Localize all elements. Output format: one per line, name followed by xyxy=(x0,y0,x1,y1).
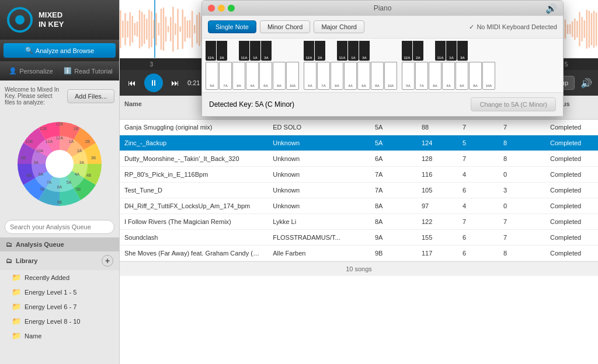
library-items: 📁 Recently Added 📁 Energy Level 1 - 5 📁 … xyxy=(0,270,119,364)
white-key[interactable]: 8A xyxy=(371,62,384,90)
add-files-row: Welcome to Mixed In Key. Please select f… xyxy=(0,80,119,111)
window-minimize-button[interactable] xyxy=(218,5,225,12)
white-key[interactable]: 8A xyxy=(273,62,286,90)
svg-text:9B: 9B xyxy=(21,156,26,160)
svg-rect-223 xyxy=(586,9,588,48)
skip-forward-button[interactable]: ⏭ xyxy=(169,76,182,90)
volume-icon-controls[interactable]: 🔊 xyxy=(580,78,592,89)
svg-rect-30 xyxy=(124,13,126,45)
svg-text:6B: 6B xyxy=(57,200,62,204)
folder-icon: 🗂 xyxy=(6,241,12,248)
black-key[interactable]: 2A xyxy=(315,41,325,61)
major-chord-tab[interactable]: Major Chord xyxy=(314,20,364,33)
black-key[interactable]: 1A xyxy=(446,41,457,61)
track-cell-cue: 8 xyxy=(499,153,545,164)
library-folder-icon: 🗂 xyxy=(6,257,12,264)
track-cell-energy: 7 xyxy=(458,121,499,133)
white-key[interactable]: 8A xyxy=(469,62,482,90)
tutorial-button[interactable]: ℹ️ Read Tutorial xyxy=(61,64,116,78)
white-key[interactable]: 4A xyxy=(442,62,455,90)
white-key[interactable]: 7A xyxy=(219,62,232,90)
black-key[interactable]: 11A xyxy=(337,41,347,61)
skip-back-button[interactable]: ⏮ xyxy=(126,76,138,90)
detected-key-text: Detected Key: 5A (C Minor) xyxy=(209,100,294,108)
search-input[interactable] xyxy=(5,220,114,234)
white-key[interactable]: 9A xyxy=(429,62,441,90)
track-row[interactable]: DH_Riff_2_TuttiFX_LocksUp_Am_174_bpm Unk… xyxy=(120,198,598,214)
track-row[interactable]: Zinc_-_8ackup Unknown 5A 124 5 8 Complet… xyxy=(120,135,598,151)
white-key[interactable]: 6A xyxy=(456,62,468,90)
black-key[interactable]: 11A xyxy=(239,41,249,61)
white-key[interactable]: 6A xyxy=(357,62,370,90)
white-key[interactable]: 6A xyxy=(259,62,272,90)
white-key[interactable]: 10A xyxy=(286,62,299,90)
black-key[interactable]: 11A xyxy=(435,41,446,61)
track-cell-status: Completed xyxy=(545,169,598,180)
black-key[interactable]: 12A xyxy=(304,41,314,61)
track-row[interactable]: Ganja Smuggling (original mix) ED SOLO 5… xyxy=(120,120,598,135)
window-close-button[interactable] xyxy=(208,5,215,12)
track-cell-energy: 6 xyxy=(458,232,499,243)
track-row[interactable]: Test_Tune_D Unknown 7A 105 6 3 Completed xyxy=(120,183,598,198)
black-key[interactable]: 1A xyxy=(250,41,260,61)
black-key[interactable]: 12A xyxy=(402,41,412,61)
track-list: Name Artist Key Result ▲ Tempo Energy Cu… xyxy=(120,96,598,364)
white-key[interactable]: 9A xyxy=(331,62,343,90)
svg-rect-226 xyxy=(593,10,595,47)
white-key[interactable]: 7A xyxy=(317,62,330,90)
track-row[interactable]: RP_80's_Pick_in_E_116Bpm Unknown 7A 116 … xyxy=(120,167,598,183)
library-item-recently-added[interactable]: 📁 Recently Added xyxy=(0,270,119,285)
library-item-name[interactable]: 📁 Name xyxy=(0,328,119,343)
single-note-tab[interactable]: Single Note xyxy=(208,20,256,33)
pause-button[interactable]: ⏸ xyxy=(144,74,163,92)
white-key[interactable]: 4A xyxy=(246,62,259,90)
white-key[interactable]: 5A xyxy=(206,62,218,90)
color-wheel: 12B 1B 2B 3B 4B 5B 6B 7B 8B 9B 10B 11B 1… xyxy=(13,117,106,211)
white-key[interactable]: 5A xyxy=(304,62,317,90)
track-row[interactable]: She Moves (Far Away) feat. Graham Candy … xyxy=(120,246,598,261)
black-key[interactable]: 3A xyxy=(359,41,370,61)
track-row[interactable]: I Follow Rivers (The Magician Remix) Lyk… xyxy=(120,214,598,230)
track-cell-key: 9A xyxy=(370,232,417,243)
white-key[interactable]: 7A xyxy=(415,62,428,90)
window-maximize-button[interactable] xyxy=(228,5,235,12)
svg-text:11A: 11A xyxy=(46,139,53,144)
search-row xyxy=(0,216,119,237)
black-key[interactable]: 3A xyxy=(261,41,272,61)
library-item-energy-1-5[interactable]: 📁 Energy Level 1 - 5 xyxy=(0,285,119,299)
svg-point-1 xyxy=(46,150,74,178)
white-key[interactable]: 10A xyxy=(384,62,397,90)
track-cell-energy: 7 xyxy=(458,153,499,164)
svg-rect-31 xyxy=(127,21,128,38)
svg-rect-214 xyxy=(565,20,566,39)
track-cell-status: Completed xyxy=(545,137,598,149)
svg-rect-47 xyxy=(165,17,167,42)
black-key[interactable]: 1A xyxy=(348,41,359,61)
white-key[interactable]: 5A xyxy=(402,62,415,90)
track-row[interactable]: Dutty_Moonshine_-_Takin'_It_Back_320 Unk… xyxy=(120,151,598,167)
black-key[interactable]: 3A xyxy=(457,41,468,61)
personalize-button[interactable]: 👤 Personalize xyxy=(4,64,58,78)
white-key[interactable]: 9A xyxy=(232,62,245,90)
track-cell-artist: Unknown xyxy=(268,169,370,180)
track-rows-container: Ganja Smuggling (original mix) ED SOLO 5… xyxy=(120,120,598,261)
minor-chord-tab[interactable]: Minor Chord xyxy=(260,20,311,33)
white-key[interactable]: 4A xyxy=(344,62,357,90)
analyze-browse-button[interactable]: 🔍 Analyze and Browse xyxy=(4,43,116,58)
black-key[interactable]: 12A xyxy=(206,41,216,61)
library-item-energy-6-7[interactable]: 📁 Energy Level 6 - 7 xyxy=(0,299,119,314)
library-item-energy-8-10[interactable]: 📁 Energy Level 8 - 10 xyxy=(0,314,119,328)
add-files-button[interactable]: Add Files... xyxy=(67,89,114,103)
svg-rect-216 xyxy=(569,24,571,34)
change-key-button[interactable]: Change to 5A (C Minor) xyxy=(471,97,556,111)
track-row[interactable]: Soundclash FLOSSTRADAMUS/T... 9A 155 6 7… xyxy=(120,230,598,246)
svg-rect-28 xyxy=(120,10,121,48)
white-key[interactable]: 10A xyxy=(482,62,495,90)
add-library-button[interactable]: + xyxy=(102,255,113,267)
svg-rect-51 xyxy=(175,23,176,36)
track-cell-artist: FLOSSTRADAMUS/T... xyxy=(268,232,370,243)
black-key[interactable]: 2A xyxy=(413,41,423,61)
black-key[interactable]: 2A xyxy=(217,41,227,61)
volume-icon[interactable]: 🔊 xyxy=(545,3,557,14)
svg-text:1A: 1A xyxy=(69,139,74,144)
